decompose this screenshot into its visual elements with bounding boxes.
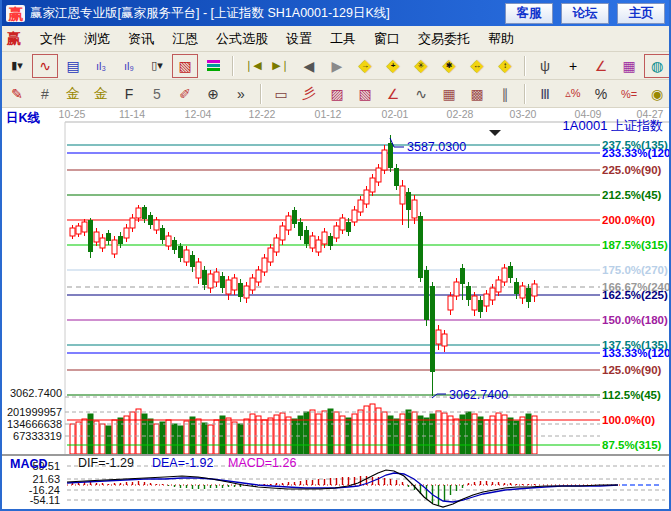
app-logo-icon: 赢 [6,5,25,22]
color-analysis-icon[interactable] [200,54,226,78]
svg-text:212.5%(45): 212.5%(45) [602,189,662,201]
svg-text:225.0%(90): 225.0%(90) [602,164,662,176]
compress-icon[interactable]: ▧ [172,54,198,78]
toolbar-separator [232,56,234,76]
chart-area[interactable]: 10-2511-1412-0412-2201-1202-0102-2803-20… [0,108,671,511]
kline-period-icon[interactable]: ▮▾ [4,54,30,78]
diamond-hmove-icon[interactable]: ◆↔ [464,54,490,78]
svg-text:125.0%(90): 125.0%(90) [602,364,662,376]
mini-chart-3-icon[interactable]: ıl₃ [88,54,114,78]
svg-text:134666638: 134666638 [7,418,62,430]
gold-section2-icon[interactable]: 金 [88,82,114,106]
menu-item-工具[interactable]: 工具 [321,28,365,50]
brain-tool-icon[interactable]: ◍ [644,54,670,78]
svg-text:11-14: 11-14 [119,108,145,120]
forum-button[interactable]: 论坛 [561,3,609,24]
svg-text:162.5%(225): 162.5%(225) [602,289,668,301]
angle-line-icon[interactable]: ∠ [380,82,406,106]
svg-text:200.0%(0): 200.0%(0) [602,214,655,226]
hand-tool-icon[interactable]: ψ [532,54,558,78]
parallel-lines-icon[interactable]: ∥ [492,82,518,106]
red-grid-icon[interactable]: ▦ [436,82,462,106]
pencil-icon[interactable]: ✎ [4,82,30,106]
title-buttons: 客服论坛主页 [497,3,665,24]
diamond-cross-icon[interactable]: ◆+ [380,54,406,78]
note-list-icon[interactable]: ▤ [60,54,86,78]
ray-box-icon[interactable]: ▧ [352,82,378,106]
menu-item-江恩[interactable]: 江恩 [163,28,207,50]
window-title: 赢家江恩专业版[赢家服务平台] - [上证指数 SH1A0001-129日K线] [30,5,390,22]
zigzag-screen-icon[interactable]: ∿ [32,54,58,78]
title-bar: 赢 赢家江恩专业版[赢家服务平台] - [上证指数 SH1A0001-129日K… [0,0,671,26]
gann-wheel-icon[interactable]: ⊕ [200,82,226,106]
menu-item-交易委托[interactable]: 交易委托 [409,28,479,50]
candle-style-icon[interactable]: ▯▾ [144,54,170,78]
gann-grid-icon[interactable]: # [32,82,58,106]
toolbar-drawing: ✎#金金F5✐⊕»▭彡▨▧∠∿▦▩∥Ⅲ▵%%%=◉金✎∿金∠ [0,80,671,108]
macd-value: MACD=1.26 [228,456,296,470]
f-tool-icon[interactable]: F [116,82,142,106]
svg-text:03-20: 03-20 [510,108,537,120]
last-page-icon[interactable]: ▶❘ [268,54,294,78]
svg-text:233.33%(120): 233.33%(120) [602,147,671,159]
step-forward-icon[interactable]: ▶ [324,54,350,78]
svg-text:187.5%(315): 187.5%(315) [602,239,668,251]
macd-pane-label: MACD [10,457,48,471]
home-button[interactable]: 主页 [617,3,665,24]
gann-fan-icon[interactable]: 彡 [296,82,322,106]
symbol-label: 1A0001 上证指数 [563,117,663,135]
percent-bars-icon[interactable]: Ⅲ [532,82,558,106]
purple-grid-icon[interactable]: ▦ [616,54,642,78]
toolbar-separator [524,56,526,76]
fan-box-icon[interactable]: ▨ [324,82,350,106]
diamond-asterisk-icon[interactable]: ◆✱ [436,54,462,78]
red-grid2-icon[interactable]: ▩ [464,82,490,106]
svg-text:3587.0300: 3587.0300 [407,140,466,154]
dif-value: DIF=-1.29 [78,456,134,470]
step-back-icon[interactable]: ◀ [296,54,322,78]
diamond-vmove-icon[interactable]: ◆↕ [492,54,518,78]
main-chart-svg[interactable]: 10-2511-1412-0412-2201-1202-0102-2803-20… [0,108,671,511]
svg-text:133.33%(120): 133.33%(120) [602,347,671,359]
menu-item-浏览[interactable]: 浏览 [75,28,119,50]
svg-text:67333319: 67333319 [13,430,62,442]
menu-item-文件[interactable]: 文件 [31,28,75,50]
menu-bar: 赢 文件浏览资讯江恩公式选股设置工具窗口交易委托帮助 [0,26,671,52]
toolbar-main: ▮▾∿▤ıl₃ıl₉▯▾▧❘◀▶❘◀▶◆→◆+◆✳◆✱◆↔◆↕ψ+∠▦◍21▦▤ [0,52,671,80]
svg-text:100.0%(0): 100.0%(0) [602,414,655,426]
menu-item-窗口[interactable]: 窗口 [365,28,409,50]
svg-text:87.5%(315): 87.5%(315) [602,439,662,451]
menu-item-资讯[interactable]: 资讯 [119,28,163,50]
svg-text:150.0%(180): 150.0%(180) [602,314,668,326]
toolbar-separator [260,84,262,104]
more-tools-chevron-icon[interactable]: » [228,82,254,106]
percent-triangle-icon[interactable]: ▵% [560,82,586,106]
svg-text:02-28: 02-28 [447,108,474,120]
percent-icon[interactable]: % [588,82,614,106]
gann-angle-icon[interactable]: ∠ [588,54,614,78]
mini-chart-9-icon[interactable]: ıl₉ [116,54,142,78]
diamond-right-icon[interactable]: ◆→ [352,54,378,78]
draw-kline-icon[interactable]: ✐ [172,82,198,106]
svg-text:10-25: 10-25 [59,108,86,120]
dea-value: DEA=-1.92 [152,456,214,470]
menu-items: 文件浏览资讯江恩公式选股设置工具窗口交易委托帮助 [31,28,523,50]
box-tool-icon[interactable]: ▭ [268,82,294,106]
svg-text:02-01: 02-01 [382,108,409,120]
first-page-icon[interactable]: ❘◀ [240,54,266,78]
menu-item-设置[interactable]: 设置 [277,28,321,50]
service-button[interactable]: 客服 [505,3,553,24]
svg-text:112.5%(45): 112.5%(45) [602,389,661,401]
percent-lines-icon[interactable]: %= [616,82,642,106]
svg-text:12-04: 12-04 [185,108,212,120]
gold-circle-icon[interactable]: ◉ [644,82,670,106]
svg-text:12-22: 12-22 [249,108,276,120]
gold-section-icon[interactable]: 金 [60,82,86,106]
crosshair-icon[interactable]: + [560,54,586,78]
menu-item-公式选股[interactable]: 公式选股 [207,28,277,50]
spiral-5-icon[interactable]: 5 [144,82,170,106]
menu-item-帮助[interactable]: 帮助 [479,28,523,50]
diamond-star-icon[interactable]: ◆✳ [408,54,434,78]
zigzag-line-icon[interactable]: ∿ [408,82,434,106]
svg-text:3062.7400: 3062.7400 [449,388,508,402]
